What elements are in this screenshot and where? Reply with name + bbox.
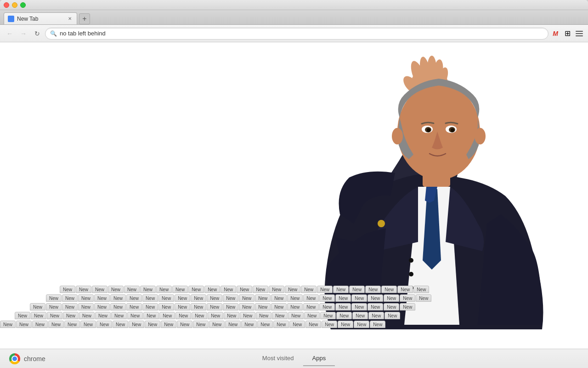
tab-favicon (8, 16, 14, 22)
svg-point-16 (451, 128, 454, 132)
new-tab-button[interactable]: + (79, 13, 90, 24)
svg-point-19 (378, 220, 385, 227)
chrome-logo (9, 353, 20, 364)
active-tab[interactable]: New Tab ✕ (4, 12, 77, 24)
title-bar (0, 0, 588, 10)
address-bar[interactable]: 🔍 no tab left behind (45, 28, 548, 40)
person-figure (276, 42, 588, 329)
bottom-navigation: Most visited Apps (253, 351, 335, 366)
tab-bar: New Tab ✕ + (0, 10, 588, 25)
svg-point-22 (409, 286, 413, 290)
reload-button[interactable]: ↻ (31, 28, 43, 40)
browser-window: New Tab ✕ + ← → ↻ 🔍 no tab left behind M… (0, 0, 588, 368)
maximize-button[interactable] (20, 2, 26, 8)
close-button[interactable] (4, 2, 9, 8)
most-visited-tab[interactable]: Most visited (253, 351, 303, 366)
back-icon: ← (6, 30, 13, 37)
menu-button[interactable] (574, 29, 584, 39)
chrome-brand-text: chrome (24, 355, 45, 362)
gmail-button[interactable]: M (550, 29, 560, 39)
traffic-lights (4, 2, 26, 8)
toolbar: ← → ↻ 🔍 no tab left behind M ⊞ (0, 25, 588, 42)
gmail-icon: M (553, 30, 558, 37)
address-text: no tab left behind (60, 30, 543, 37)
forward-button[interactable]: → (17, 28, 29, 40)
svg-point-10 (397, 83, 480, 180)
toolbar-actions: M ⊞ (550, 29, 584, 39)
tab-title: New Tab (17, 16, 64, 22)
svg-point-17 (392, 128, 403, 144)
svg-point-21 (409, 272, 413, 276)
search-icon: 🔍 (50, 30, 57, 37)
tab-close-button[interactable]: ✕ (67, 16, 73, 22)
back-button[interactable]: ← (4, 28, 16, 40)
svg-point-20 (409, 258, 413, 263)
photos-icon: ⊞ (565, 29, 571, 38)
content-area: New New New New New New New New New New … (0, 42, 588, 349)
photos-button[interactable]: ⊞ (562, 29, 572, 39)
minimize-button[interactable] (12, 2, 17, 8)
hamburger-icon (576, 31, 583, 36)
apps-tab[interactable]: Apps (303, 351, 335, 366)
svg-point-18 (475, 128, 486, 144)
reload-icon: ↻ (34, 30, 40, 37)
forward-icon: → (20, 30, 27, 37)
bottom-bar: chrome Most visited Apps (0, 349, 588, 368)
svg-point-15 (427, 128, 430, 132)
